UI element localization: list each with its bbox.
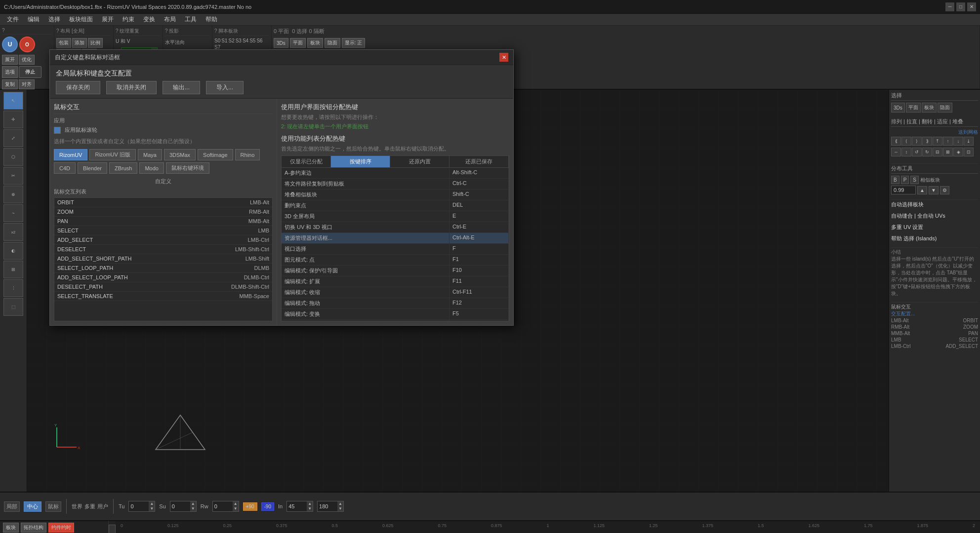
preset-zbrush[interactable]: ZBrush [109, 162, 137, 174]
in-input[interactable]: ▲▼ [286, 501, 313, 512]
distribute-h[interactable]: ⊟ [933, 148, 942, 156]
in-up[interactable]: ▲ [307, 501, 313, 506]
rw-input[interactable]: ▲▼ [212, 501, 239, 512]
tu-input-field[interactable] [129, 502, 149, 510]
preset-rizom[interactable]: RizomUV [54, 149, 87, 160]
window-controls[interactable]: ─ □ ✕ [945, 2, 976, 11]
save-close-btn[interactable]: 保存关闭 [56, 81, 100, 94]
display-mode-btn[interactable]: 显示: 正 [342, 38, 366, 48]
preset-c4d[interactable]: C4D [54, 162, 76, 174]
panel-mode-btn[interactable]: 板块 [307, 38, 323, 48]
export-btn[interactable]: 输出... [163, 81, 200, 94]
align-right[interactable]: ⟩ [912, 137, 922, 146]
val180-down[interactable]: ▼ [337, 506, 343, 511]
preset-rmb-env[interactable]: 鼠标右键环境 [166, 162, 209, 174]
menu-transform[interactable]: 变换 [139, 14, 159, 25]
panel-view-btn[interactable]: 板块 [922, 103, 937, 113]
unfold-btn[interactable]: 展开 [2, 55, 18, 65]
su-input[interactable]: ▲▼ [170, 501, 197, 512]
decrease-btn[interactable]: ▼ [929, 186, 939, 194]
maximize-button[interactable]: □ [956, 2, 965, 11]
menu-select[interactable]: 选择 [44, 14, 64, 25]
increase-btn[interactable]: ▲ [917, 186, 927, 194]
preset-modo[interactable]: Modo [139, 162, 164, 174]
ratio-btn[interactable]: 比例 [88, 38, 103, 48]
align-left[interactable]: ⟨ [901, 137, 911, 146]
tile-btn[interactable]: 板块 [3, 523, 19, 533]
rw-input-field[interactable] [213, 502, 233, 510]
in-down[interactable]: ▼ [307, 506, 313, 511]
flip-v[interactable]: ↕ [901, 148, 911, 156]
su-up[interactable]: ▲ [190, 501, 196, 506]
scroll-checkbox[interactable] [54, 127, 61, 134]
hidden-view-btn[interactable]: 隐面 [938, 103, 952, 113]
start-btn[interactable]: 停止 [19, 66, 41, 78]
settings-btn[interactable]: ⚙ [940, 186, 949, 194]
cancel-close-btn[interactable]: 取消并关闭 [106, 81, 157, 94]
fit[interactable]: ⊡ [964, 148, 974, 156]
constraint-btn[interactable]: 约件约时 [48, 523, 74, 533]
sidebar-scale-tool[interactable]: x2 [3, 223, 23, 241]
preset-blender[interactable]: Blender [78, 162, 107, 174]
minus90-btn[interactable]: -90 [261, 502, 274, 511]
timeline-area[interactable]: 0 0.125 0.25 0.375 0.5 0.625 0.75 0.875 … [116, 521, 980, 533]
sidebar-move-tool[interactable]: ✛ [3, 111, 23, 128]
sidebar-border-tool[interactable]: ⬡ [3, 148, 23, 166]
import-btn[interactable]: 导入... [206, 81, 244, 94]
align-top[interactable]: ↑ [943, 137, 953, 146]
minimize-button[interactable]: ─ [945, 2, 954, 11]
in-input-field[interactable] [287, 502, 307, 510]
sidebar-snap-tool[interactable]: ⋮ [3, 279, 23, 297]
s-btn[interactable]: S [910, 176, 919, 184]
align-btn[interactable]: 对齐 [19, 79, 35, 89]
sidebar-transform-tool[interactable]: ⤢ [3, 129, 23, 147]
sidebar-unfold-tool[interactable]: ⬚ [3, 298, 23, 316]
align-bottom[interactable]: ↓ [953, 137, 963, 146]
align-left-left[interactable]: ⟪ [891, 137, 901, 146]
add-btn[interactable]: 添加 [72, 38, 87, 48]
optimize-btn2[interactable]: 优化 [19, 55, 35, 65]
tu-up[interactable]: ▲ [149, 501, 155, 506]
pack-btn[interactable]: 包装 [56, 38, 71, 48]
hidden-mode-btn[interactable]: 隐面 [325, 38, 340, 48]
plus90-btn[interactable]: +90 [243, 502, 257, 511]
menu-panel-group[interactable]: 板块组面 [65, 14, 97, 25]
preset-softimage[interactable]: Softimage [198, 149, 233, 160]
sidebar-weld-tool[interactable]: ⊕ [3, 186, 23, 203]
collapse-btn[interactable]: ◀ [109, 525, 116, 533]
preset-maya[interactable]: Maya [138, 149, 162, 160]
menu-layout[interactable]: 布局 [160, 14, 180, 25]
topo-btn[interactable]: 拓扑结构 [21, 523, 46, 533]
3ds-mode-btn[interactable]: 3Ds [274, 38, 288, 48]
flat-view-btn[interactable]: 平面 [906, 103, 921, 113]
header-restore-builtin[interactable]: 还原内置 [390, 156, 449, 167]
align-right-right[interactable]: ⟫ [922, 137, 932, 146]
go-to-grid-btn[interactable]: 送到网格 [958, 129, 978, 136]
su-down[interactable]: ▼ [190, 506, 196, 511]
distribute-v[interactable]: ⊠ [943, 148, 953, 156]
rot-ccw[interactable]: ↺ [912, 148, 922, 156]
keyboard-mouse-dialog[interactable]: 自定义键盘和鼠标对适框 ✕ 全局鼠标和键盘交互配置 保存关闭 取消并关闭 输出.… [49, 49, 514, 326]
menu-unfold[interactable]: 展开 [98, 14, 118, 25]
val180-input[interactable]: ▲▼ [317, 501, 344, 512]
menu-help[interactable]: 帮助 [202, 14, 221, 25]
p-btn[interactable]: P [901, 176, 909, 184]
b-btn[interactable]: B [891, 176, 899, 184]
preset-3dsmax[interactable]: 3DSMax [164, 149, 196, 160]
val180-input-field[interactable] [318, 502, 337, 510]
sidebar-relax-tool[interactable]: ~ [3, 204, 23, 222]
config-link[interactable]: 交互配置... [891, 310, 978, 317]
preset-rhino[interactable]: Rhino [235, 149, 260, 160]
dialog-close-btn[interactable]: ✕ [499, 53, 508, 62]
rw-up[interactable]: ▲ [233, 501, 239, 506]
close-button[interactable]: ✕ [967, 2, 976, 11]
preset-rizom-legacy[interactable]: RizomUV 旧版 [89, 149, 136, 160]
keyboard-table-body[interactable]: A-参约束边 Alt-Shift-C 将文件路径复制到剪贴板 Ctrl-C 堆叠… [281, 167, 509, 321]
sidebar-select-tool[interactable]: ↖ [3, 92, 23, 110]
rot-cw[interactable]: ↻ [922, 148, 932, 156]
flip-h[interactable]: ↔ [891, 148, 901, 156]
align-bottom-bottom[interactable]: ⤓ [964, 137, 974, 146]
menu-edit[interactable]: 编辑 [24, 14, 43, 25]
flat-mode-btn[interactable]: 平面 [290, 38, 306, 48]
param-value-input[interactable] [891, 186, 916, 194]
